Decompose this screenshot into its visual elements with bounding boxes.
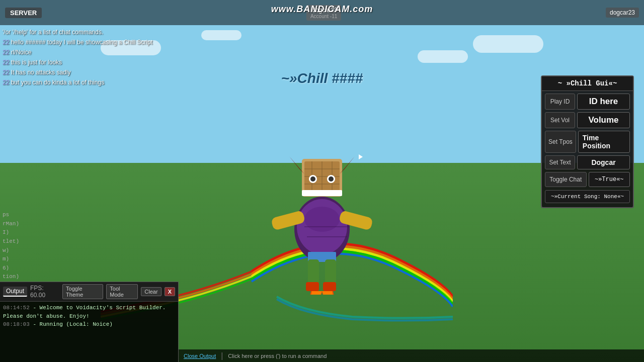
- output-toolbar: Output FPS: 60.00 Toggle Theme Tool Mode…: [0, 282, 178, 302]
- top-bar: SERVER www.BANDICAM.com dogcar23 Account…: [0, 0, 644, 25]
- svg-rect-21: [308, 259, 319, 285]
- set-tpos-row: Set Tpos Time Position: [545, 131, 630, 153]
- chat-line: 22 It has no attacks sadly: [3, 68, 152, 77]
- left-label-item: m): [3, 255, 19, 264]
- toggle-chat-row: Toggle Chat ~»True«~: [545, 172, 630, 187]
- output-line: 08:18:03 - Running (Local: Noice): [3, 320, 175, 329]
- set-tpos-value[interactable]: Time Position: [578, 131, 630, 153]
- chill-gui-panel: ~ »Chill Gui«~ Play ID ID here Set Vol V…: [541, 75, 634, 208]
- svg-rect-24: [323, 282, 336, 291]
- run-command-hint[interactable]: Click here or press (') to run a command: [228, 353, 327, 359]
- play-id-row: Play ID ID here: [545, 94, 630, 110]
- set-vol-value[interactable]: Volume: [577, 112, 630, 128]
- left-label-item: ps: [3, 211, 19, 220]
- play-id-label[interactable]: Play ID: [545, 94, 575, 110]
- output-line: 08:14:52 - Welcome to Voidacity's Script…: [3, 304, 175, 320]
- close-output-x-button[interactable]: X: [165, 287, 175, 296]
- account-display: dogcar23: [606, 8, 639, 18]
- left-label-item: 6): [3, 264, 19, 273]
- svg-rect-8: [302, 190, 342, 196]
- set-text-value[interactable]: Dogcar: [577, 155, 630, 169]
- mouse-cursor: [359, 154, 363, 159]
- cloud: [201, 30, 242, 40]
- output-tab[interactable]: Output: [3, 287, 27, 297]
- output-panel: Output FPS: 60.00 Toggle Theme Tool Mode…: [0, 282, 179, 362]
- play-id-value[interactable]: ID here: [577, 94, 630, 110]
- toggle-chat-value: ~»True«~: [589, 172, 630, 187]
- left-side-labels: psrMan)I)tlet)w)m)6)tion): [3, 211, 19, 282]
- set-text-label[interactable]: Set Text: [545, 155, 575, 169]
- clear-button[interactable]: Clear: [141, 287, 161, 296]
- fps-display: FPS: 60.00: [30, 285, 59, 299]
- svg-point-15: [304, 207, 340, 232]
- set-vol-label[interactable]: Set Vol: [545, 112, 575, 128]
- cloud: [473, 35, 543, 53]
- character-svg: [267, 154, 377, 295]
- watermark-text: www.BANDICAM.com: [271, 4, 373, 14]
- chat-line: 22 this is just for looks: [3, 58, 152, 67]
- left-label-item: rMan): [3, 220, 19, 229]
- chat-line: '/or '/help' for a list of chat commands…: [3, 28, 152, 37]
- set-tpos-label[interactable]: Set Tpos: [545, 131, 576, 153]
- current-song: ~»Current Song: None«~: [545, 190, 630, 203]
- server-label: SERVER: [5, 8, 42, 18]
- svg-point-12: [329, 176, 334, 182]
- svg-rect-23: [306, 282, 319, 291]
- set-vol-row: Set Vol Volume: [545, 112, 630, 128]
- tool-mode-button[interactable]: Tool Mode: [106, 284, 138, 299]
- floating-title: ~»Chill ####: [281, 70, 363, 86]
- chat-line: 22 but you can do kinda a lot of things: [3, 78, 152, 87]
- close-output-link[interactable]: Close Output: [184, 353, 216, 359]
- cloud: [418, 50, 468, 63]
- left-label-item: tlet): [3, 237, 19, 246]
- chill-gui-title: ~ »Chill Gui«~: [542, 76, 633, 91]
- output-content: 08:14:52 - Welcome to Voidacity's Script…: [0, 302, 178, 331]
- set-text-row: Set Text Dogcar: [545, 155, 630, 169]
- svg-rect-22: [325, 259, 336, 285]
- left-label-item: tion): [3, 273, 19, 282]
- bandicam-watermark: www.BANDICAM.com: [271, 4, 373, 15]
- chat-line: 22 hello ###### today I will be showcasi…: [3, 38, 152, 47]
- toggle-chat-button[interactable]: Toggle Chat: [545, 172, 587, 187]
- left-label-item: w): [3, 246, 19, 255]
- character: [267, 154, 377, 297]
- chat-messages: '/or '/help' for a list of chat commands…: [3, 28, 152, 88]
- bottom-bar: Close Output | Click here or press (') t…: [179, 349, 644, 362]
- svg-point-11: [310, 176, 315, 182]
- left-label-item: I): [3, 228, 19, 237]
- toggle-theme-button[interactable]: Toggle Theme: [62, 284, 103, 299]
- chat-line: 22 rl/Noice: [3, 48, 152, 57]
